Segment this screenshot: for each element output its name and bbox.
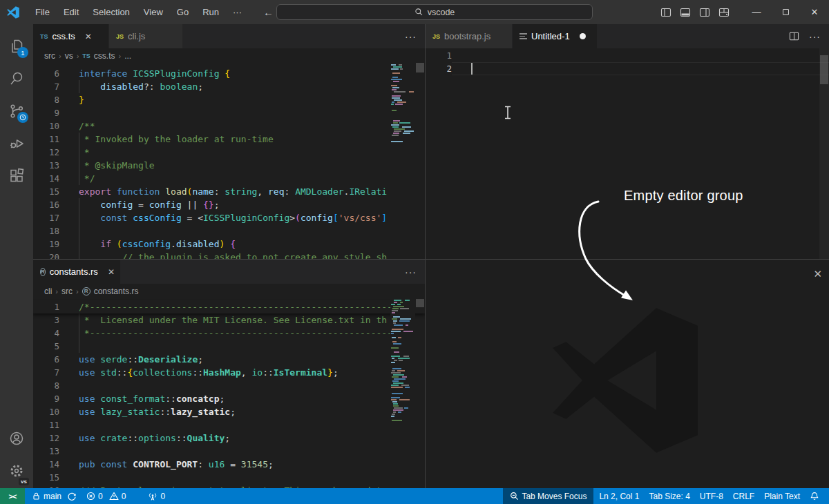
breadcrumb-item[interactable]: src (44, 51, 55, 61)
editor-group-topleft: TS css.ts ✕ JS cli.js ··· src (33, 24, 425, 259)
breadcrumb-item[interactable]: css.ts (94, 51, 115, 61)
menu-selection[interactable]: Selection (86, 4, 135, 20)
sidebar-item-search[interactable] (0, 62, 33, 95)
breadcrumb-item[interactable]: src (61, 287, 73, 296)
back-arrow-icon[interactable]: ← (263, 6, 274, 18)
line-number: 1 (33, 300, 59, 313)
close-editor-group-icon[interactable]: ✕ (813, 268, 822, 280)
minimize-button[interactable]: — (742, 0, 771, 24)
sidebar-item-explorer[interactable]: 1 (0, 30, 33, 62)
scrollbar-vertical[interactable] (415, 63, 425, 259)
scrollbar-thumb[interactable] (416, 299, 424, 307)
minimap-row (390, 411, 415, 413)
breadcrumb-item[interactable]: vs (65, 51, 73, 61)
tab-untitled-1[interactable]: Untitled-1 (513, 24, 598, 48)
toggle-panel-icon[interactable] (680, 7, 691, 18)
warning-icon (109, 492, 119, 501)
scrollbar-thumb[interactable] (820, 55, 828, 84)
chevron-right-icon: › (76, 287, 79, 295)
minimap-row (390, 122, 415, 124)
scrollbar-thumb[interactable] (416, 63, 424, 72)
sidebar-item-run-debug[interactable] (0, 127, 33, 159)
command-center-search[interactable]: vscode (276, 4, 593, 20)
tab-label: bootstrap.js (444, 31, 490, 41)
more-actions-icon[interactable]: ··· (405, 31, 417, 42)
ports-status-item[interactable]: 0 (144, 488, 169, 504)
code-line-5: 5 (33, 340, 425, 353)
breadcrumb-item[interactable]: ... (124, 51, 131, 61)
radio-tower-icon (148, 492, 158, 501)
minimap-row (390, 128, 415, 130)
line-number: 8 (33, 93, 59, 106)
menu-run[interactable]: Run (196, 4, 225, 20)
indent-guide (79, 146, 79, 159)
settings-gear-button[interactable]: vs (0, 454, 33, 487)
line-number: 6 (33, 67, 59, 80)
editor-constants[interactable]: 1/*-------------------------------------… (33, 298, 425, 488)
close-window-button[interactable]: ✕ (800, 0, 829, 24)
customize-layout-icon[interactable] (718, 7, 730, 18)
indent-guide (79, 133, 79, 146)
minimap-row (390, 351, 415, 353)
minimap[interactable] (390, 63, 415, 259)
minimap-row (390, 397, 415, 398)
menu-edit[interactable]: Edit (57, 4, 85, 20)
sidebar-item-source-control[interactable] (0, 95, 33, 127)
accounts-button[interactable] (0, 422, 33, 454)
eol-item[interactable]: CRLF (729, 488, 759, 504)
toggle-secondary-sidebar-icon[interactable] (699, 7, 710, 18)
scrollbar-vertical[interactable] (819, 48, 829, 259)
editor-group-bottomright: ✕ (426, 259, 829, 488)
minimap[interactable] (390, 298, 415, 488)
code-line-10: 10/** (33, 119, 425, 133)
menu-overflow-ellipsis[interactable]: ··· (227, 4, 248, 20)
code-line-19: 19 if (cssConfig.disabled) { (33, 238, 425, 251)
minimap-row (390, 403, 415, 405)
branch-status-item[interactable]: main (28, 488, 81, 504)
minimap-row (390, 72, 415, 74)
editor-untitled[interactable]: 12 (426, 48, 829, 259)
editor-cssts[interactable]: 6interface ICSSPluginConfig {7 disabled?… (33, 63, 425, 259)
code-line-3: 3 * Licensed under the MIT License. See … (33, 313, 425, 327)
line-number: 18 (33, 224, 59, 238)
profile-badge: vs (19, 478, 29, 485)
minimap-row (390, 418, 415, 419)
close-tab-icon[interactable]: ✕ (108, 267, 115, 277)
maximize-button[interactable] (771, 0, 800, 24)
toggle-primary-sidebar-icon[interactable] (660, 7, 671, 18)
problems-status-item[interactable]: 0 0 (82, 488, 130, 504)
split-editor-icon[interactable] (789, 31, 799, 41)
minimap-row (390, 99, 415, 101)
breadcrumb-item[interactable]: constants.rs (94, 287, 139, 296)
tab-bootstrap-js[interactable]: JS bootstrap.js (426, 24, 513, 48)
dirty-dot-icon[interactable] (580, 33, 586, 39)
scrollbar-vertical[interactable] (415, 298, 425, 488)
code-line-6: 6use serde::Deserialize; (33, 353, 425, 366)
sidebar-item-extensions[interactable] (0, 159, 33, 192)
close-tab-icon[interactable]: ✕ (85, 32, 92, 41)
cursor-position-item[interactable]: Ln 2, Col 1 (595, 488, 643, 504)
more-actions-icon[interactable]: ··· (405, 266, 417, 278)
code-line-12: 12use crate::options::Quality; (33, 432, 425, 445)
breadcrumb-item[interactable]: cli (44, 287, 52, 296)
menu-go[interactable]: Go (171, 4, 195, 20)
code-line-2: 2 (426, 62, 829, 75)
encoding-item[interactable]: UTF-8 (696, 488, 727, 504)
remote-indicator[interactable]: >< (0, 488, 25, 504)
notifications-bell-item[interactable] (806, 488, 823, 504)
language-mode-item[interactable]: Plain Text (760, 488, 804, 504)
typescript-file-icon: TS (82, 52, 90, 59)
menu-view[interactable]: View (137, 4, 169, 20)
minimap-row (390, 316, 415, 318)
more-actions-icon[interactable]: ··· (809, 31, 821, 42)
indent-guide (79, 327, 79, 340)
tab-constants-rs[interactable]: R constants.rs ✕ (33, 260, 121, 284)
status-bar: >< main 0 (0, 488, 829, 504)
indentation-item[interactable]: Tab Size: 4 (645, 488, 694, 504)
tab-css-ts[interactable]: TS css.ts ✕ (33, 24, 109, 48)
minimap-row (390, 420, 415, 421)
menu-file[interactable]: File (29, 4, 56, 20)
tab-moves-focus-item[interactable]: Tab Moves Focus (503, 488, 593, 504)
minimap-row (390, 101, 415, 103)
tab-cli-js[interactable]: JS cli.js (109, 24, 183, 48)
